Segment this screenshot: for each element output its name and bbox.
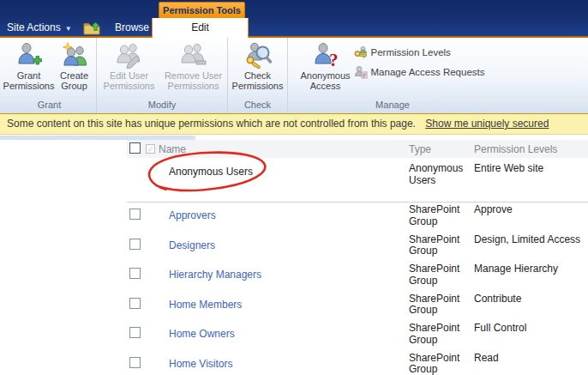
create-group-button[interactable]: Create Group: [54, 40, 95, 91]
row-checkbox[interactable]: [129, 327, 141, 338]
manage-access-requests-button[interactable]: Manage Access Requests: [354, 64, 485, 79]
site-actions-button[interactable]: Site Actions▼: [7, 18, 72, 37]
table-row-home-members: Home Members SharePoint Group Contribute: [127, 292, 588, 322]
ribbon-group-modify: Edit User Permissions Remove User Permis…: [97, 38, 228, 113]
create-group-icon: [61, 41, 88, 69]
row-checkbox[interactable]: [129, 357, 141, 368]
group-link[interactable]: Designers: [169, 239, 215, 263]
tab-browse[interactable]: Browse: [106, 18, 158, 38]
row-type: SharePoint Group: [409, 234, 474, 263]
row-permission: Entire Web site: [474, 163, 588, 202]
remove-user-permissions-button[interactable]: Remove User Permissions: [160, 40, 226, 91]
permission-tools-contextual-label: Permission Tools: [159, 2, 245, 19]
ribbon-group-label-modify: Modify: [97, 99, 227, 113]
ribbon-group-manage: ? Anonymous Access Permission Levels: [288, 38, 497, 113]
row-permission: Read: [474, 353, 588, 375]
group-link[interactable]: Home Visitors: [169, 358, 232, 375]
row-name-text: Anonymous Users: [169, 166, 409, 202]
row-checkbox[interactable]: [129, 268, 141, 279]
group-link[interactable]: Home Owners: [169, 328, 235, 351]
svg-text:?: ?: [329, 50, 339, 69]
row-permission: Approve: [474, 204, 588, 233]
permission-levels-button[interactable]: Permission Levels: [354, 45, 485, 59]
top-tab-bar: Permission Tools Site Actions▼ Browse Ed…: [0, 0, 588, 38]
tab-edit[interactable]: Edit: [152, 18, 249, 38]
row-permission: Full Control: [474, 323, 588, 351]
edit-user-permissions-icon: [116, 41, 143, 69]
status-bar: Some content on this site has unique per…: [0, 113, 588, 135]
anonymous-access-icon: ?: [312, 41, 339, 69]
column-header-name: Name: [159, 143, 186, 155]
table-header-row: ✓ Name Type Permission Levels: [127, 140, 588, 158]
column-header-type: Type: [409, 143, 474, 155]
sharepoint-permissions-page: Permission Tools Site Actions▼ Browse Ed…: [0, 0, 588, 375]
table-row-anonymous-users: Anonymous Users Anonymous Users Entire W…: [127, 158, 588, 203]
table-row-home-owners: Home Owners SharePoint Group Full Contro…: [127, 321, 588, 351]
row-type: Anonymous Users: [409, 163, 474, 202]
show-uniquely-secured-link[interactable]: Show me uniquely secured: [425, 118, 549, 130]
grant-permissions-icon: [15, 41, 43, 69]
row-checkbox[interactable]: [129, 239, 141, 250]
group-link[interactable]: Home Members: [169, 299, 242, 322]
row-permission: Manage Hierarchy: [474, 263, 588, 292]
row-checkbox[interactable]: [129, 298, 141, 309]
row-permission: Design, Limited Access: [474, 234, 588, 263]
column-header-permission: Permission Levels: [474, 143, 588, 155]
check-permissions-button[interactable]: Check Permissions: [231, 40, 285, 91]
anonymous-access-button[interactable]: ? Anonymous Access: [301, 40, 351, 91]
row-checkbox[interactable]: [129, 209, 141, 220]
status-message: Some content on this site has unique per…: [7, 118, 416, 130]
group-link[interactable]: Approvers: [169, 209, 216, 233]
check-permissions-icon: [244, 41, 272, 69]
permissions-table: ✓ Name Type Permission Levels Anonymous …: [127, 140, 588, 375]
ribbon-group-label-grant: Grant: [3, 99, 96, 113]
ribbon-group-label-manage: Manage: [288, 99, 497, 113]
chevron-down-icon: ▼: [65, 25, 72, 33]
ribbon: Grant Permissions Create Group Grant: [0, 38, 588, 113]
group-link[interactable]: Hierarchy Managers: [169, 269, 261, 292]
row-permission: Contribute: [474, 293, 588, 322]
navigate-up-folder-icon[interactable]: [83, 21, 102, 35]
select-all-checkbox[interactable]: [129, 142, 141, 154]
remove-user-permissions-icon: [180, 41, 207, 69]
table-row-home-visitors: Home Visitors SharePoint Group Read: [127, 351, 588, 375]
row-type: SharePoint Group: [409, 204, 474, 233]
permission-levels-icon: [354, 45, 368, 59]
grant-permissions-button[interactable]: Grant Permissions: [4, 40, 54, 91]
manage-access-requests-icon: [354, 65, 368, 79]
row-type: SharePoint Group: [409, 263, 474, 292]
edit-user-permissions-button[interactable]: Edit User Permissions: [98, 40, 160, 91]
row-type: SharePoint Group: [409, 353, 474, 375]
table-row-approvers: Approvers SharePoint Group Approve: [127, 203, 588, 233]
row-type: SharePoint Group: [409, 293, 474, 322]
row-type: SharePoint Group: [409, 323, 474, 351]
table-row-designers: Designers SharePoint Group Design, Limit…: [127, 233, 588, 263]
select-all-glyph-icon: ✓: [146, 144, 155, 154]
ribbon-group-check: Check Permissions Check: [228, 38, 288, 113]
table-row-hierarchy-managers: Hierarchy Managers SharePoint Group Mana…: [127, 262, 588, 292]
ribbon-group-grant: Grant Permissions Create Group Grant: [3, 38, 97, 113]
ribbon-group-label-check: Check: [228, 99, 287, 113]
